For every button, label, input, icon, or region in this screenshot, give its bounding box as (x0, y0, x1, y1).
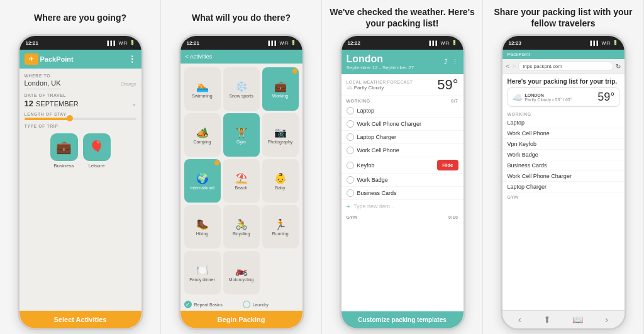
activity-bicycling[interactable]: 🚴 Bicycling (223, 205, 260, 248)
back-button-2[interactable]: < Activities (186, 53, 213, 60)
phone-frame-3: 12:22 ▌▌▌ WiFi 🔋 London September 12 - S… (340, 34, 465, 330)
weather-temp: 59° (437, 77, 458, 93)
share-icon[interactable]: ⤴ (444, 58, 448, 66)
date-label: DATE OF TRAVEL (25, 93, 136, 97)
gym-count: 0/10 (448, 215, 458, 220)
date-arrow-icon: ⌄ (131, 100, 136, 107)
running-label: Running (272, 231, 288, 236)
activity-swimming[interactable]: 🏊 Swimming (184, 67, 221, 111)
app-header-1: ✈ PackPoint ⋮ (19, 50, 142, 69)
status-bar-4: 12:23 ▌▌▌ WiFi 🔋 (502, 36, 625, 50)
photography-label: Photography (268, 140, 293, 144)
status-icons-2: ▌▌▌ WiFi 🔋 (269, 40, 296, 45)
header-action-icons: ⤴ ⋮ (444, 58, 458, 66)
keyfob-checkbox[interactable] (347, 162, 354, 169)
panel-2-title: What will you do there? (192, 6, 291, 29)
hide-button[interactable]: Hide (437, 160, 458, 170)
stay-fill (25, 118, 69, 120)
add-item-placeholder[interactable]: Type new item... (353, 203, 395, 209)
business-cards-checkbox[interactable] (347, 189, 354, 197)
activity-running[interactable]: 🏃 Running (262, 205, 299, 248)
menu-dots-1[interactable]: ⋮ (128, 54, 136, 64)
city-dates: London September 12 - September 27 (347, 53, 414, 70)
panel-3: We've checked the weather. Here's your p… (322, 0, 483, 334)
share-item-laptop-charger: Laptop Charger (502, 182, 625, 192)
status-time-2: 12:21 (187, 40, 199, 46)
stay-slider[interactable] (25, 118, 136, 120)
share-item-laptop: Laptop (502, 118, 625, 128)
charger-checkbox[interactable] (347, 120, 354, 128)
share-item-cell-charger: Work Cell Phone Charger (502, 171, 625, 182)
nav-back-icon[interactable]: ‹ (518, 315, 521, 325)
trip-types: 💼 Business 🎈 Leisure (25, 133, 136, 169)
status-time-1: 12:21 (26, 40, 38, 46)
camping-label: Camping (193, 140, 211, 144)
activity-photography[interactable]: 📷 Photography (262, 113, 299, 157)
work-badge-checkbox[interactable] (347, 176, 354, 184)
share-city: LONDON (525, 93, 596, 97)
activity-international[interactable]: 🌍 International (184, 159, 221, 203)
activity-motorcycling[interactable]: 🏍️ Motorcycling (223, 251, 260, 294)
browser-back-icon[interactable]: < (506, 63, 510, 70)
international-badge (214, 160, 219, 165)
nav-book-icon[interactable]: 📖 (572, 315, 583, 325)
activity-camping[interactable]: 🏕️ Camping (184, 113, 221, 157)
trip-type-leisure[interactable]: 🎈 Leisure (83, 133, 111, 169)
date-row[interactable]: 12 SEPTEMBER ⌄ (25, 99, 136, 108)
activity-working[interactable]: 💼 Working (262, 67, 299, 111)
packing-body: LOCAL WEATHER FORECAST ☁️ Partly Cloudy … (341, 74, 464, 311)
add-item-icon: + (347, 203, 350, 210)
fancy-dinner-label: Fancy dinner (189, 277, 214, 282)
share-weather-icon: ☁️ (512, 92, 523, 103)
stay-thumb (67, 115, 73, 121)
customize-button[interactable]: Customize packing templates (341, 311, 464, 328)
running-icon: 🏃 (274, 218, 287, 230)
laptop-charger-checkbox[interactable] (347, 133, 354, 141)
logo-icon-1: ✈ (25, 53, 38, 65)
packpoint-label: PackPoint (508, 52, 530, 57)
where-field: WHERE TO London, UK Change (25, 74, 136, 89)
activity-fancy-dinner[interactable]: 🍽️ Fancy dinner (184, 251, 221, 294)
nav-share-icon[interactable]: ⬆ (543, 315, 551, 325)
fancy-dinner-icon: 🍽️ (196, 264, 209, 276)
status-icons-3: ▌▌▌ WiFi 🔋 (430, 40, 457, 45)
select-activities-button[interactable]: Select Activities (19, 311, 142, 328)
browser-bar: < > trips.packpnt.com ↻ (502, 59, 625, 74)
where-value[interactable]: London, UK (25, 79, 61, 89)
city-name: London (347, 53, 414, 65)
repeat-basics-label: Repeat Basics (194, 303, 240, 307)
trip-type-business[interactable]: 💼 Business (50, 133, 78, 169)
activity-baby[interactable]: 👶 Baby (262, 159, 299, 203)
snow-label: Snow sports (229, 94, 253, 98)
repeat-basics-checkbox[interactable]: ✓ (184, 301, 192, 308)
activity-snow[interactable]: ❄️ Snow sports (223, 67, 260, 111)
refresh-icon[interactable]: ↻ (616, 63, 621, 70)
packing-header: London September 12 - September 27 ⤴ ⋮ (341, 50, 464, 74)
browser-forward-icon[interactable]: > (512, 63, 516, 70)
date-month: SEPTEMBER (36, 100, 129, 108)
laundry-checkbox[interactable] (243, 301, 250, 308)
url-bar[interactable]: trips.packpnt.com (518, 62, 613, 71)
weather-section-label: LOCAL WEATHER FORECAST (347, 80, 413, 84)
nav-forward-icon[interactable]: › (605, 315, 608, 325)
form-body-1: WHERE TO London, UK Change DATE OF TRAVE… (19, 69, 142, 311)
begin-packing-button[interactable]: Begin Packing (180, 311, 303, 328)
stay-field: LENGTH OF STAY (25, 112, 136, 120)
working-icon: 💼 (274, 81, 287, 92)
panel-4-title: Share your packing list with your fellow… (487, 6, 640, 29)
activity-hiking[interactable]: 🥾 Hiking (184, 205, 221, 248)
item-laptop: Laptop (341, 104, 464, 118)
activity-beach[interactable]: ⛱️ Beach (223, 159, 260, 203)
work-cell-checkbox[interactable] (347, 147, 354, 154)
photography-icon: 📷 (274, 126, 287, 138)
working-count: 0/7 (451, 99, 458, 103)
panel-1-title: Where are you going? (34, 6, 126, 29)
add-item-row: + Type new item... (341, 200, 464, 213)
trip-type-label: TYPE OF TRIP (25, 124, 136, 128)
laptop-checkbox[interactable] (347, 107, 354, 114)
phone-frame-1: 12:21 ▌▌▌ WiFi 🔋 ✈ PackPoint ⋮ WHERE TO (18, 34, 143, 330)
work-cell-text: Work Cell Phone (357, 147, 458, 153)
more-icon[interactable]: ⋮ (452, 58, 458, 66)
phone-frame-2: 12:21 ▌▌▌ WiFi 🔋 < Activities 🏊 Swimming… (179, 34, 304, 330)
activity-gym[interactable]: 🏋️ Gym (223, 113, 260, 157)
